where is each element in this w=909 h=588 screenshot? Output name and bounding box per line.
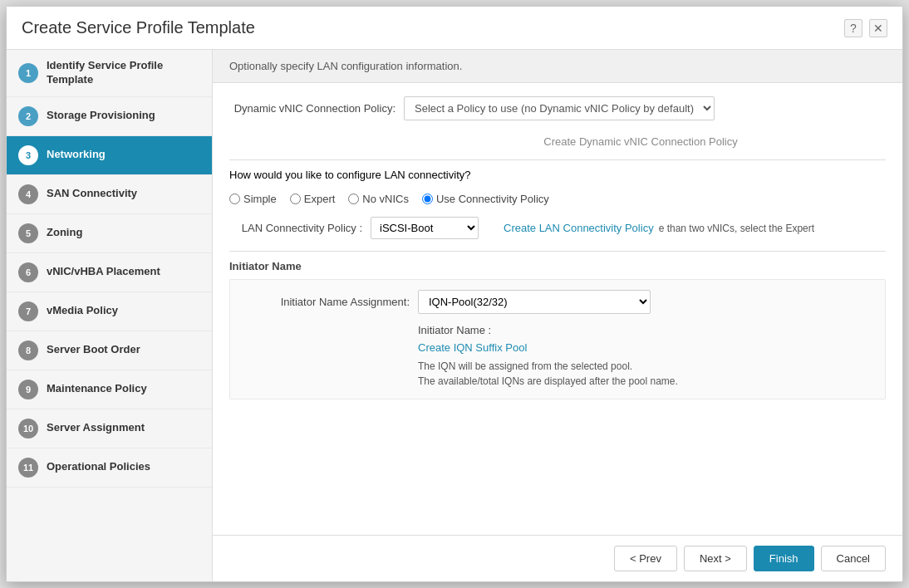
radio-expert-input[interactable] xyxy=(290,194,301,204)
step-number-10: 10 xyxy=(18,419,38,439)
step-number-1: 1 xyxy=(18,63,38,83)
initiator-section-title: Initiator Name xyxy=(229,260,886,272)
dialog-title: Create Service Profile Template xyxy=(22,18,255,37)
content-area: Optionally specify LAN configuration inf… xyxy=(213,50,902,535)
step-number-6: 6 xyxy=(18,262,38,282)
sidebar-label-9: Maintenance Policy xyxy=(47,382,147,396)
sidebar-item-11[interactable]: 11 Operational Policies xyxy=(7,448,212,488)
section-divider xyxy=(229,159,886,160)
sidebar-label-7: vMedia Policy xyxy=(47,304,118,318)
radio-use-connectivity[interactable]: Use Connectivity Policy xyxy=(422,193,549,205)
finish-button[interactable]: Finish xyxy=(754,546,814,571)
info-bar-text: Optionally specify LAN configuration inf… xyxy=(229,60,462,72)
next-button[interactable]: Next > xyxy=(684,546,747,571)
initiator-assignment-label: Initiator Name Assignment: xyxy=(243,296,410,308)
radio-simple[interactable]: Simple xyxy=(229,193,277,205)
radio-no-vnics-input[interactable] xyxy=(348,194,359,204)
step-number-7: 7 xyxy=(18,301,38,321)
lan-question-text: How would you like to configure LAN conn… xyxy=(229,169,470,181)
initiator-name-label: Initiator Name : xyxy=(418,324,872,336)
lan-helper-text: e than two vNICs, select the Expert xyxy=(659,223,814,234)
radio-simple-input[interactable] xyxy=(229,194,240,204)
dialog-header: Create Service Profile Template ? ✕ xyxy=(7,7,902,50)
dialog-header-icons: ? ✕ xyxy=(844,19,887,37)
initiator-assignment-row: Initiator Name Assignment: IQN-Pool(32/3… xyxy=(243,290,872,314)
close-button[interactable]: ✕ xyxy=(869,19,887,37)
step-number-4: 4 xyxy=(18,184,38,204)
dynamic-vnic-row: Dynamic vNIC Connection Policy: Select a… xyxy=(229,96,886,120)
radio-no-vnics-label: No vNICs xyxy=(362,193,409,205)
sidebar-item-1[interactable]: 1 Identify Service Profile Template xyxy=(7,50,212,97)
step-number-11: 11 xyxy=(18,458,38,478)
step-number-8: 8 xyxy=(18,341,38,360)
initiator-section: Initiator Name Assignment: IQN-Pool(32/3… xyxy=(229,279,886,399)
iqn-info-line1: The IQN will be assigned from the select… xyxy=(418,359,872,374)
sidebar-label-8: Server Boot Order xyxy=(47,343,140,357)
sidebar-item-4[interactable]: 4 SAN Connectivity xyxy=(7,175,212,214)
iqn-info-text: The IQN will be assigned from the select… xyxy=(418,359,872,389)
lan-question-row: How would you like to configure LAN conn… xyxy=(229,169,886,181)
create-service-profile-dialog: Create Service Profile Template ? ✕ 1 Id… xyxy=(6,6,903,582)
sidebar-item-5[interactable]: 5 Zoning xyxy=(7,214,212,253)
radio-use-connectivity-input[interactable] xyxy=(422,194,433,204)
sidebar: 1 Identify Service Profile Template 2 St… xyxy=(7,50,213,581)
sidebar-label-10: Server Assignment xyxy=(47,421,145,435)
cancel-button[interactable]: Cancel xyxy=(821,546,886,571)
dynamic-vnic-select[interactable]: Select a Policy to use (no Dynamic vNIC … xyxy=(404,96,715,120)
create-iqn-link[interactable]: Create IQN Suffix Pool xyxy=(418,341,872,354)
step-number-2: 2 xyxy=(18,106,38,126)
create-dynamic-vnic-row: Create Dynamic vNIC Connection Policy xyxy=(396,132,886,148)
prev-button[interactable]: < Prev xyxy=(614,546,677,571)
initiator-divider xyxy=(229,251,886,252)
create-lan-policy-link[interactable]: Create LAN Connectivity Policy xyxy=(504,222,654,234)
sidebar-label-6: vNIC/vHBA Placement xyxy=(47,265,160,279)
sidebar-label-5: Zoning xyxy=(47,226,82,240)
sidebar-item-2[interactable]: 2 Storage Provisioning xyxy=(7,97,212,136)
lan-radio-group: Simple Expert No vNICs Use Connecti xyxy=(229,193,886,205)
step-number-3: 3 xyxy=(18,145,38,165)
iqn-info-line2: The available/total IQNs are displayed a… xyxy=(418,374,872,389)
sidebar-item-6[interactable]: 6 vNIC/vHBA Placement xyxy=(7,253,212,292)
radio-expert[interactable]: Expert xyxy=(290,193,336,205)
lan-connectivity-label: LAN Connectivity Policy : xyxy=(229,222,362,234)
sidebar-label-1: Identify Service Profile Template xyxy=(47,59,200,87)
sidebar-label-4: SAN Connectivity xyxy=(47,187,137,201)
sidebar-item-10[interactable]: 10 Server Assignment xyxy=(7,409,212,448)
sidebar-label-3: Networking xyxy=(47,148,106,162)
lan-connectivity-select[interactable]: iSCSI-Boot xyxy=(371,217,479,239)
sidebar-item-3[interactable]: 3 Networking xyxy=(7,136,212,175)
sidebar-label-11: Operational Policies xyxy=(47,460,150,474)
main-content: Optionally specify LAN configuration inf… xyxy=(213,50,902,581)
lan-connectivity-row: LAN Connectivity Policy : iSCSI-Boot Cre… xyxy=(229,217,886,239)
radio-expert-label: Expert xyxy=(304,193,336,205)
initiator-assignment-select[interactable]: IQN-Pool(32/32) xyxy=(418,290,651,314)
radio-no-vnics[interactable]: No vNICs xyxy=(348,193,409,205)
step-number-5: 5 xyxy=(18,223,38,243)
dialog-body: 1 Identify Service Profile Template 2 St… xyxy=(7,50,902,581)
sidebar-item-9[interactable]: 9 Maintenance Policy xyxy=(7,370,212,409)
radio-use-connectivity-label: Use Connectivity Policy xyxy=(436,193,549,205)
help-button[interactable]: ? xyxy=(844,19,862,37)
step-number-9: 9 xyxy=(18,380,38,399)
dialog-footer: < Prev Next > Finish Cancel xyxy=(213,535,902,581)
sidebar-label-2: Storage Provisioning xyxy=(47,109,155,123)
info-bar: Optionally specify LAN configuration inf… xyxy=(213,50,902,83)
sidebar-item-7[interactable]: 7 vMedia Policy xyxy=(7,292,212,331)
sidebar-item-8[interactable]: 8 Server Boot Order xyxy=(7,331,212,370)
form-section: Dynamic vNIC Connection Policy: Select a… xyxy=(213,83,902,419)
radio-simple-label: Simple xyxy=(243,193,277,205)
create-dynamic-vnic-link: Create Dynamic vNIC Connection Policy xyxy=(516,135,765,148)
dynamic-vnic-label: Dynamic vNIC Connection Policy: xyxy=(229,102,396,115)
